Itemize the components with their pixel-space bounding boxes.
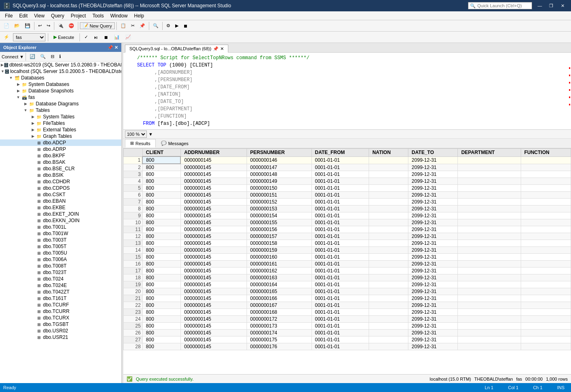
data-cell[interactable] bbox=[369, 336, 408, 343]
table-row[interactable]: 5800000000014500000001500001-01-012099-1… bbox=[124, 185, 571, 192]
data-cell[interactable]: 800 bbox=[142, 247, 180, 254]
tree-table-item[interactable]: ⊞ dbo.TCURR bbox=[0, 308, 121, 315]
menu-query[interactable]: Query bbox=[48, 11, 68, 20]
data-cell[interactable] bbox=[458, 268, 521, 274]
data-cell[interactable] bbox=[521, 268, 571, 274]
data-cell[interactable] bbox=[458, 192, 521, 199]
table-row[interactable]: 10800000000014500000001550001-01-012099-… bbox=[124, 219, 571, 226]
data-cell[interactable]: 0000000157 bbox=[247, 233, 311, 240]
oe-refresh-btn[interactable]: 🔄 bbox=[28, 52, 37, 61]
data-cell[interactable]: 2099-12-31 bbox=[408, 192, 458, 199]
data-cell[interactable] bbox=[369, 330, 408, 336]
data-cell[interactable] bbox=[369, 240, 408, 247]
data-cell[interactable] bbox=[521, 240, 571, 247]
data-cell[interactable]: 0000000168 bbox=[247, 309, 311, 316]
results-tab[interactable]: ⊞ Results bbox=[125, 139, 156, 148]
table-row[interactable]: 23800000000014500000001680001-01-012099-… bbox=[124, 309, 571, 316]
data-cell[interactable]: 2099-12-31 bbox=[408, 226, 458, 233]
data-cell[interactable] bbox=[458, 240, 521, 247]
data-cell[interactable]: 0000000162 bbox=[247, 268, 311, 274]
data-cell[interactable]: 800 bbox=[142, 316, 180, 323]
table-row[interactable]: 13800000000014500000001580001-01-012099-… bbox=[124, 240, 571, 247]
tree-table-item[interactable]: ⊞ dbo.TCURF bbox=[0, 302, 121, 308]
data-cell[interactable] bbox=[521, 199, 571, 206]
data-cell[interactable]: 0000000158 bbox=[247, 240, 311, 247]
data-cell[interactable]: 2099-12-31 bbox=[408, 302, 458, 309]
menu-help[interactable]: Help bbox=[131, 11, 148, 20]
menu-edit[interactable]: Edit bbox=[16, 11, 31, 20]
row-num-cell[interactable]: 6 bbox=[124, 192, 143, 199]
data-cell[interactable] bbox=[369, 288, 408, 295]
data-cell[interactable] bbox=[369, 323, 408, 330]
data-cell[interactable] bbox=[458, 233, 521, 240]
data-cell[interactable]: 0000000150 bbox=[247, 185, 311, 192]
data-cell[interactable]: 2099-12-31 bbox=[408, 212, 458, 219]
tree-table-item[interactable]: ▶ 📁 External Tables bbox=[0, 126, 121, 133]
oe-filter-btn[interactable]: 🔍 bbox=[38, 52, 48, 61]
data-cell[interactable]: 0000000176 bbox=[247, 343, 311, 350]
data-cell[interactable]: 0000000145 bbox=[180, 219, 247, 226]
row-num-cell[interactable]: 7 bbox=[124, 199, 143, 206]
data-cell[interactable] bbox=[521, 212, 571, 219]
table-row[interactable]: 3800000000014500000001480001-01-012099-1… bbox=[124, 171, 571, 178]
data-cell[interactable] bbox=[521, 323, 571, 330]
menu-window[interactable]: Window bbox=[107, 11, 131, 20]
data-cell[interactable]: 0001-01-01 bbox=[311, 254, 369, 261]
data-cell[interactable]: 2099-12-31 bbox=[408, 219, 458, 226]
table-row[interactable]: 19800000000014500000001640001-01-012099-… bbox=[124, 281, 571, 288]
row-num-cell[interactable]: 8 bbox=[124, 206, 143, 212]
data-cell[interactable] bbox=[521, 156, 571, 164]
find-button[interactable]: 🔍 bbox=[151, 21, 161, 30]
data-cell[interactable]: 800 bbox=[142, 206, 180, 212]
query-tab-pin[interactable]: 📌 bbox=[213, 46, 219, 51]
row-num-cell[interactable]: 1 bbox=[124, 156, 143, 164]
expander-localhost[interactable]: ▼ bbox=[1, 69, 4, 73]
data-cell[interactable]: 0000000155 bbox=[247, 219, 311, 226]
tree-table-item[interactable]: ⊞ dbo.TCURX bbox=[0, 315, 121, 321]
table-row[interactable]: 4800000000014500000001490001-01-012099-1… bbox=[124, 178, 571, 185]
undo-button[interactable]: ↩ bbox=[36, 21, 44, 30]
data-cell[interactable]: 2099-12-31 bbox=[408, 323, 458, 330]
table-row[interactable]: 25800000000014500000001730001-01-012099-… bbox=[124, 323, 571, 330]
data-cell[interactable]: 0000000145 bbox=[180, 302, 247, 309]
tree-table-item[interactable]: ⊞ dbo.CDPOS bbox=[0, 185, 121, 191]
col-header-department[interactable]: DEPARTMENT bbox=[458, 149, 521, 157]
row-num-cell[interactable]: 19 bbox=[124, 281, 143, 288]
data-cell[interactable]: 2099-12-31 bbox=[408, 240, 458, 247]
data-cell[interactable]: 800 bbox=[142, 199, 180, 206]
data-cell[interactable]: 0000000145 bbox=[180, 164, 247, 171]
data-cell[interactable]: 800 bbox=[142, 261, 180, 268]
data-cell[interactable] bbox=[369, 206, 408, 212]
data-cell[interactable]: 800 bbox=[142, 274, 180, 281]
data-cell[interactable]: 0000000161 bbox=[247, 261, 311, 268]
more-btn-3[interactable]: ⏹ bbox=[181, 21, 190, 30]
server-localhost[interactable]: ▼ 🗄️ localhost (SQL Server 15.0.2000.5 -… bbox=[0, 68, 121, 75]
row-num-cell[interactable]: 21 bbox=[124, 295, 143, 302]
node-system-databases[interactable]: ▶ 📁 System Databases bbox=[0, 81, 121, 88]
data-cell[interactable] bbox=[521, 336, 571, 343]
data-cell[interactable] bbox=[369, 219, 408, 226]
data-cell[interactable] bbox=[521, 219, 571, 226]
tree-table-item[interactable]: ⊞ dbo.T024 bbox=[0, 276, 121, 282]
oe-connect-label[interactable]: Connect ▼ bbox=[2, 54, 24, 59]
data-cell[interactable] bbox=[521, 288, 571, 295]
tree-table-item[interactable]: ⊞ dbo.CDHDR bbox=[0, 178, 121, 185]
data-cell[interactable]: 0001-01-01 bbox=[311, 302, 369, 309]
data-cell[interactable] bbox=[521, 192, 571, 199]
data-cell[interactable]: 0001-01-01 bbox=[311, 336, 369, 343]
data-cell[interactable] bbox=[458, 199, 521, 206]
data-cell[interactable]: 2099-12-31 bbox=[408, 268, 458, 274]
tree-table-item[interactable]: ⊞ dbo.T008T bbox=[0, 263, 121, 269]
data-cell[interactable]: 0000000153 bbox=[247, 206, 311, 212]
data-cell[interactable] bbox=[369, 178, 408, 185]
data-cell[interactable] bbox=[458, 336, 521, 343]
data-cell[interactable] bbox=[521, 247, 571, 254]
data-cell[interactable] bbox=[521, 171, 571, 178]
data-cell[interactable]: 0001-01-01 bbox=[311, 274, 369, 281]
data-cell[interactable]: 0000000145 bbox=[180, 316, 247, 323]
data-cell[interactable]: 800 bbox=[142, 288, 180, 295]
data-cell[interactable]: 0000000146 bbox=[247, 156, 311, 164]
table-row[interactable]: 11800000000014500000001560001-01-012099-… bbox=[124, 226, 571, 233]
table-row[interactable]: 1800000000014500000001460001-01-012099-1… bbox=[124, 156, 571, 164]
tree-table-item[interactable]: ⊞ dbo.T005T bbox=[0, 243, 121, 250]
